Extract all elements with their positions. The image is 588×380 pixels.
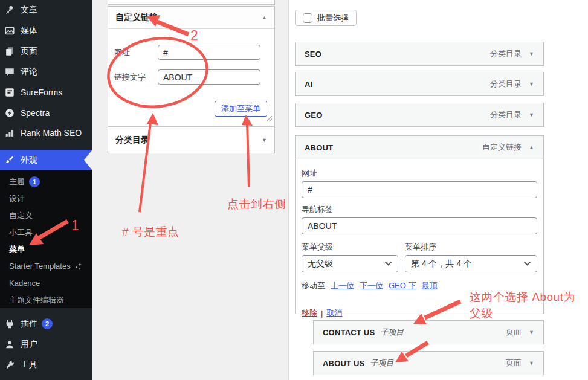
link-separator: | [321,309,323,318]
sidebar-item-plugins[interactable]: 插件 2 [0,314,92,334]
about-url-input[interactable] [302,181,537,198]
chevron-down-icon [384,261,392,266]
sidebar-item-label: 评论 [21,66,37,77]
move-to-row: 移动至 上一位 下一位 GEO 下 最顶 [302,280,537,291]
parent-order-row: 菜单父级 无父级 菜单排序 第 4 个，共 4 个 [302,242,537,272]
move-to-top-link[interactable]: 最顶 [422,280,438,291]
sidebar-item-pages[interactable]: 页面 [0,41,92,62]
admin-sidebar: 文章 媒体 页面 评论 SureForms [0,0,92,380]
expand-arrow-icon[interactable]: ▼ [529,329,534,335]
sidebar-item-label: 工具 [21,359,37,370]
menu-parent-select[interactable]: 无父级 [302,255,398,272]
sidebar-item-label: Spectra [21,108,50,118]
submenu-item-menus[interactable]: 菜单 [0,241,92,258]
menu-order-select[interactable]: 第 4 个，共 4 个 [405,255,537,272]
sub-item-badge: 子项目 [380,327,404,338]
menu-item-type: 分类目录 [490,79,522,89]
sub-item-badge: 子项目 [370,358,394,369]
sidebar-item-tools[interactable]: 工具 [0,355,92,375]
submenu-label: 菜单 [9,241,25,258]
submenu-item-themes[interactable]: 主题 1 [0,173,92,190]
spectra-icon [4,107,16,119]
sidebar-item-label: 插件 [21,318,37,329]
move-up-link[interactable]: 上一位 [331,280,354,291]
move-down-link[interactable]: 下一位 [360,280,383,291]
wordpress-admin-page: 文章 媒体 页面 评论 SureForms [0,0,588,380]
expand-arrow-icon[interactable]: ▼ [529,112,534,118]
submenu-label: 设计 [9,190,25,207]
collapse-arrow-icon[interactable]: ▲ [529,144,534,150]
pages-icon [4,45,16,57]
bulk-select-checkbox[interactable] [303,13,312,23]
menu-order-value: 第 4 个，共 4 个 [411,259,472,269]
sureforms-icon [4,86,16,98]
submenu-item-customize[interactable]: 自定义 [0,207,92,224]
url-input[interactable] [158,45,260,60]
menu-item-contact-us[interactable]: CONTACT US 子项目 页面 ▼ [313,320,544,344]
sidebar-item-label: 用户 [21,339,37,350]
url-field-row: 网址 [114,45,267,60]
menu-item-geo[interactable]: GEO 分类目录 ▼ [295,103,544,127]
link-text-input[interactable] [158,69,260,85]
submenu-item-widgets[interactable]: 小工具 [0,224,92,241]
submenu-item-design[interactable]: 设计 [0,190,92,207]
expand-arrow-icon[interactable]: ▼ [529,51,534,57]
plugins-update-badge: 2 [42,318,53,329]
nav-label-label: 导航标签 [302,204,537,215]
submenu-label: 自定义 [9,207,33,224]
sidebar-item-media[interactable]: 媒体 [0,21,92,41]
submenu-item-theme-file-editor[interactable]: 主题文件编辑器 [0,292,92,309]
collapse-arrow-icon[interactable]: ▲ [262,14,267,21]
menu-item-seo[interactable]: SEO 分类目录 ▼ [295,42,544,66]
menu-item-type: 分类目录 [490,109,522,120]
submenu-label: 主题文件编辑器 [9,292,64,309]
move-to-label: 移动至 [302,280,325,291]
annotation-click-note: 点击到右侧 [227,196,286,212]
menu-item-type: 页面 [506,358,522,369]
rank-math-icon [4,127,16,139]
bulk-select-label: 批量选择 [317,13,349,24]
sidebar-item-spectra[interactable]: Spectra [0,103,92,123]
remove-link[interactable]: 移除 [302,308,317,318]
sidebar-item-sureforms[interactable]: SureForms [0,82,92,103]
expand-arrow-icon[interactable]: ▼ [262,137,267,143]
menu-item-type: 分类目录 [490,48,522,59]
menu-item-type: 页面 [506,327,522,338]
sidebar-item-posts[interactable]: 文章 [0,0,92,21]
sidebar-item-users[interactable]: 用户 [0,334,92,355]
categories-title: 分类目录 [115,135,149,146]
move-under-geo-link[interactable]: GEO 下 [389,280,416,291]
custom-link-accordion-header[interactable]: 自定义链接 ▲ [108,7,274,29]
menu-item-about[interactable]: ABOUT 自定义链接 ▲ [295,135,544,159]
url-label: 网址 [302,168,537,179]
submenu-label: 主题 [9,173,25,190]
add-to-menu-button[interactable]: 添加至菜单 [215,101,267,117]
sidebar-item-rank-math-seo[interactable]: Rank Math SEO [0,123,92,143]
chevron-down-icon [523,261,531,266]
menu-item-title: GEO [305,111,323,120]
annotation-hash-note: # 号是重点 [122,224,179,240]
paintbrush-icon [4,154,16,166]
categories-accordion-header[interactable]: 分类目录 ▼ [108,126,274,153]
expand-arrow-icon[interactable]: ▼ [529,360,534,366]
submenu-item-starter-templates[interactable]: Starter Templates [0,258,92,275]
sidebar-item-comments[interactable]: 评论 [0,62,92,82]
user-icon [4,338,16,350]
sidebar-item-label: Rank Math SEO [21,128,82,138]
sidebar-item-appearance[interactable]: 外观 [0,150,92,170]
wrench-icon [4,359,16,371]
about-nav-label-input[interactable] [302,217,537,234]
resize-grip-icon[interactable] [266,114,273,124]
menu-item-ai[interactable]: AI 分类目录 ▼ [295,72,544,96]
cancel-link[interactable]: 取消 [326,308,342,318]
appearance-submenu: 主题 1 设计 自定义 小工具 菜单 Starter Templates Kad… [0,170,92,308]
submenu-item-kadence[interactable]: Kadence [0,275,92,292]
menu-item-about-us[interactable]: ABOUT US 子项目 页面 ▼ [313,351,544,375]
menu-item-title: AI [305,80,312,89]
bulk-select-toggle[interactable]: 批量选择 [295,10,357,26]
menu-item-title: ABOUT US [323,359,365,368]
sidebar-item-label: 外观 [21,155,37,166]
media-icon [4,25,16,37]
expand-arrow-icon[interactable]: ▼ [529,81,534,87]
url-label: 网址 [114,47,158,58]
